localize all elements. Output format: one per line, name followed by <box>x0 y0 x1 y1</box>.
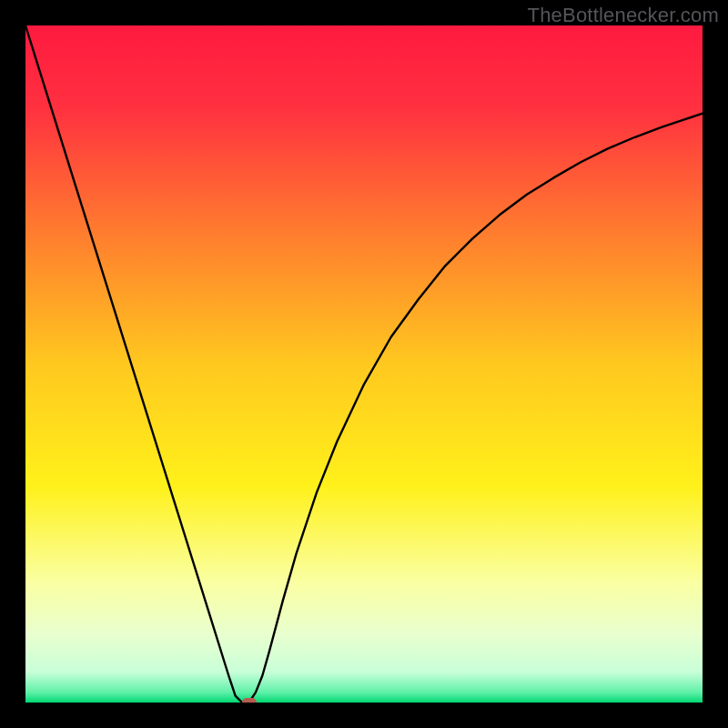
chart-frame: TheBottlenecker.com <box>0 0 728 728</box>
watermark-text: TheBottlenecker.com <box>528 4 719 27</box>
plot-area <box>25 25 703 703</box>
bottleneck-curve <box>25 25 703 703</box>
optimal-marker <box>242 698 257 703</box>
